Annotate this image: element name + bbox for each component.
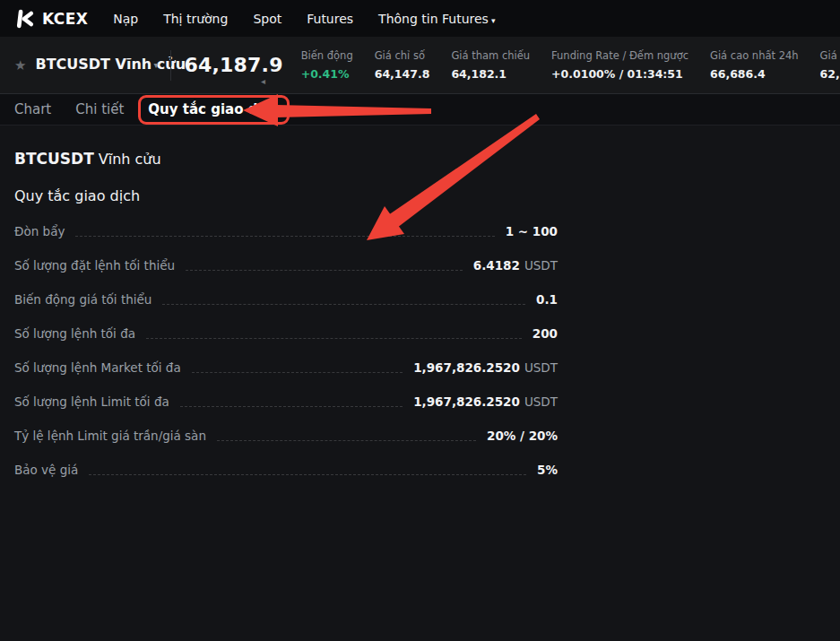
nav-item-futures-info[interactable]: Thông tin Futures▾ [378,12,495,26]
rule-row-max-market-order: Số lượng lệnh Market tối đa 1,967,826.25… [14,351,558,385]
tab-details[interactable]: Chi tiết [75,101,124,117]
stat-value: 64,182.1 [451,67,530,81]
ticker-bar: ★ BTCUSDT Vĩnh cửu ▾ 64,187.9 ◂ Biến độn… [0,37,840,94]
favorite-star-icon[interactable]: ★ [14,57,26,74]
stat-change: Biến động +0.41% [301,49,353,81]
tab-bar: Chart Chi tiết Quy tắc giao dịch [0,94,840,126]
stat-label: Giá tham chiếu [451,49,530,62]
page-title-symbol: BTCUSDT [14,150,94,168]
stat-value: 64,147.8 [375,67,430,81]
stat-label: Giá thấp nhất 24h [820,49,840,62]
stat-value: 62,316.4 [820,67,840,81]
symbol-selector[interactable]: BTCUSDT Vĩnh cửu [35,56,152,74]
dotted-leader [162,304,525,305]
stat-label: Funding Rate / Đếm ngược [551,49,688,62]
stat-value: 66,686.4 [710,67,799,81]
tab-chart[interactable]: Chart [14,101,51,117]
chevron-down-icon[interactable]: ▾ [153,60,158,70]
dotted-leader [89,474,526,475]
stat-mark-price: Giá tham chiếu 64,182.1 [451,49,530,81]
nav-item-futures[interactable]: Futures [307,12,353,26]
nav-item-deposit[interactable]: Nạp [113,12,138,26]
tab-trading-rules-label: Quy tắc giao dịch [148,101,280,117]
last-price: 64,187.9 [184,54,282,76]
stat-24h-high: Giá cao nhất 24h 66,686.4 [710,49,799,81]
dotted-leader [192,372,403,373]
tab-trading-rules[interactable]: Quy tắc giao dịch [148,101,280,117]
rule-row-max-orders: Số lượng lệnh tối đa 200 [14,316,558,351]
nav-item-spot[interactable]: Spot [253,12,281,26]
rule-row-min-order-qty: Số lượng đặt lệnh tối thiểu 6.4182 USDT [14,248,558,282]
rule-row-min-price-change: Biến động giá tối thiểu 0.1 [14,282,558,316]
trading-rules-panel: BTCUSDTVĩnh cửu Quy tắc giao dịch Đòn bẩ… [0,126,840,487]
page-title: BTCUSDTVĩnh cửu [14,149,826,169]
ticker-stats: Biến động +0.41% Giá chỉ số 64,147.8 Giá… [301,49,840,81]
collapse-left-icon[interactable]: ◂ [261,77,265,86]
kcex-logo-icon [14,8,36,30]
dotted-leader [217,440,476,441]
dotted-leader [180,406,403,407]
stat-label: Giá cao nhất 24h [710,49,799,62]
rule-row-leverage: Đòn bẩy 1 ~ 100 [14,214,558,248]
stat-index-price: Giá chỉ số 64,147.8 [375,49,430,81]
dotted-leader [146,338,522,339]
rule-row-price-protection: Bảo vệ giá 5% [14,453,558,487]
stat-24h-low: Giá thấp nhất 24h 62,316.4 [820,49,840,81]
page-title-suffix: Vĩnh cửu [99,151,161,168]
vertical-divider [170,50,171,81]
kcex-logo[interactable]: KCEX [14,8,88,30]
chevron-down-icon: ▾ [491,16,496,25]
section-title: Quy tắc giao dịch [14,186,826,206]
stat-value: +0.41% [301,67,353,81]
stat-funding-rate: Funding Rate / Đếm ngược +0.0100% / 01:3… [551,49,688,81]
dotted-leader [75,236,494,237]
nav-item-markets[interactable]: Thị trường [163,12,228,26]
stat-label: Giá chỉ số [375,49,430,62]
rule-row-max-limit-order: Số lượng lệnh Limit tối đa 1,967,826.252… [14,385,558,419]
stat-value: +0.0100% / 01:34:51 [551,67,688,81]
dotted-leader [186,270,463,271]
brand-name: KCEX [42,10,88,28]
stat-label: Biến động [301,49,353,62]
top-nav: KCEX Nạp Thị trường Spot Futures Thông t… [0,0,840,37]
rules-table: Đòn bẩy 1 ~ 100 Số lượng đặt lệnh tối th… [14,214,558,487]
rule-row-limit-price-ratio: Tỷ lệ lệnh Limit giá trần/giá sàn 20% / … [14,419,558,453]
